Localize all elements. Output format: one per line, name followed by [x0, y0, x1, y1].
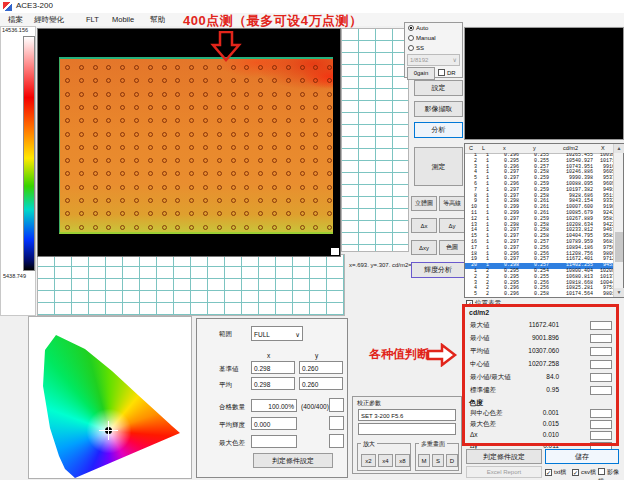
- multi-m-button[interactable]: M: [418, 454, 430, 467]
- scroll-down-icon[interactable]: ▼: [614, 288, 624, 297]
- radio-auto[interactable]: Auto: [408, 24, 462, 33]
- cie-horseshoe[interactable]: [37, 319, 187, 479]
- measure-button[interactable]: 測定: [414, 147, 463, 186]
- txt-file-checkbox[interactable]: ✓txt檔: [545, 468, 566, 477]
- measurement-point-dot: [327, 211, 332, 216]
- criteria-box[interactable]: [329, 416, 344, 430]
- measurement-point-dot: [286, 118, 291, 123]
- stat-limit-box[interactable]: [590, 431, 612, 440]
- chevron-down-icon: ∨: [295, 327, 300, 342]
- measurement-point-dot: [148, 171, 153, 176]
- capture-mode-panel: Auto Manual SS 1/8192∨ 0gain DR: [404, 22, 463, 78]
- delta-y-button[interactable]: Δy: [439, 218, 465, 233]
- measurement-point-dot: [244, 171, 249, 176]
- measurement-point-dot: [79, 92, 84, 97]
- contour-button[interactable]: 等高線: [439, 196, 465, 211]
- avg-luminance-field[interactable]: 0.000: [251, 417, 297, 430]
- measurement-point-dot: [203, 92, 208, 97]
- capture-button[interactable]: 影像擷取: [414, 101, 463, 117]
- luminance-analysis-button[interactable]: 輝度分析: [411, 262, 465, 278]
- stat-label: 與中心色差: [470, 409, 503, 418]
- stat-label: 平均値: [470, 347, 490, 356]
- txt-checkbox-icon: ✓: [545, 469, 552, 476]
- save-button[interactable]: 儲存: [545, 449, 619, 464]
- stat-limit-box[interactable]: [590, 373, 612, 382]
- judge-criteria-button-2[interactable]: 判定條件設定: [466, 449, 542, 464]
- measurement-point-dot: [244, 105, 249, 110]
- scroll-up-icon[interactable]: ▲: [614, 144, 624, 153]
- multi-s-button[interactable]: S: [432, 454, 444, 467]
- table-scrollbar[interactable]: ▲ ▼: [613, 144, 623, 297]
- scroll-thumb[interactable]: [615, 232, 623, 262]
- settings-button[interactable]: 設定: [414, 80, 463, 96]
- measurement-point-dot: [300, 118, 305, 123]
- reference-x-field[interactable]: 0.298: [251, 361, 295, 374]
- stat-value: 0.010: [504, 431, 559, 438]
- image-file-checkbox[interactable]: 影像檔: [598, 468, 624, 480]
- gain-button[interactable]: 0gain: [407, 67, 435, 80]
- pass-rate-field[interactable]: 100.00%: [251, 399, 297, 412]
- stat-limit-box[interactable]: [590, 420, 612, 429]
- menu-file[interactable]: 檔案: [8, 15, 23, 25]
- radio-manual[interactable]: Manual: [408, 34, 462, 43]
- measurement-point-dot: [175, 118, 180, 123]
- measurement-point-dot: [134, 92, 139, 97]
- table-row[interactable]: 520.2960.25810174.5649801: [465, 292, 613, 298]
- measurement-point-dot: [93, 145, 98, 150]
- dr-checkbox[interactable]: DR: [438, 69, 456, 76]
- zoom-x8-button[interactable]: x8: [395, 454, 410, 467]
- zoom-x2-button[interactable]: x2: [361, 454, 376, 467]
- stat-limit-box[interactable]: [590, 347, 612, 356]
- menu-flt[interactable]: FLT: [86, 15, 99, 24]
- stat-limit-box[interactable]: [590, 386, 612, 395]
- measurement-point-dot: [175, 198, 180, 203]
- camera-image-display[interactable]: [464, 27, 624, 140]
- measurement-display[interactable]: [37, 28, 341, 257]
- judge-criteria-button[interactable]: 判定條件設定: [253, 453, 333, 468]
- col-x: x: [503, 145, 506, 151]
- shutter-select[interactable]: 1/8192∨: [407, 54, 460, 66]
- criteria-box[interactable]: [329, 398, 344, 412]
- zoom-group: 放大 x2 x4 x8: [357, 443, 411, 471]
- table-cell: 5: [465, 292, 477, 298]
- measurement-point-dot: [175, 78, 180, 83]
- radio-auto-label: Auto: [416, 25, 428, 31]
- measurement-point-dot: [162, 198, 167, 203]
- max-color-diff-field[interactable]: [251, 435, 297, 448]
- measurement-point-dot: [189, 225, 194, 230]
- csv-file-checkbox[interactable]: ✓csv檔: [572, 468, 596, 477]
- measurement-point-dot: [106, 145, 111, 150]
- menu-mobile[interactable]: Mobile: [112, 15, 134, 24]
- radio-ss[interactable]: SS: [408, 44, 462, 53]
- delta-xy-button[interactable]: Δxy: [411, 240, 437, 255]
- stat-label: 標準偏差: [470, 386, 496, 395]
- stat-limit-box[interactable]: [590, 409, 612, 418]
- luminance-heatmap[interactable]: [59, 57, 333, 234]
- menu-help[interactable]: 幫助: [150, 15, 165, 25]
- multi-d-button[interactable]: D: [446, 454, 458, 467]
- menu-trend[interactable]: 經時變化: [34, 15, 64, 25]
- measurement-point-dot: [286, 198, 291, 203]
- measurement-point-dot: [120, 118, 125, 123]
- stereo-button[interactable]: 立體圖: [411, 196, 437, 211]
- range-select[interactable]: FULL∨: [251, 326, 303, 341]
- scale-min-value: 5438.749: [3, 273, 26, 279]
- calibration-empty-field[interactable]: [358, 423, 456, 435]
- stat-limit-box[interactable]: [590, 321, 612, 330]
- stat-value: 11672.401: [504, 321, 559, 328]
- measurement-point-dot: [217, 145, 222, 150]
- calibration-set-field[interactable]: SET 3-200 F5.6: [358, 409, 456, 421]
- colormap-button[interactable]: 色圖: [439, 240, 465, 255]
- measurement-point-dot: [65, 118, 70, 123]
- excel-report-button[interactable]: Excel Report: [466, 466, 542, 478]
- measurement-point-dot: [162, 158, 167, 163]
- analyze-button[interactable]: 分析: [414, 122, 463, 138]
- criteria-box[interactable]: [329, 434, 344, 448]
- stat-limit-box[interactable]: [590, 360, 612, 369]
- reference-y-field[interactable]: 0.260: [299, 361, 343, 374]
- stat-limit-box[interactable]: [590, 334, 612, 343]
- average-y-field[interactable]: 0.260: [299, 377, 343, 390]
- zoom-x4-button[interactable]: x4: [378, 454, 393, 467]
- delta-x-button[interactable]: Δx: [411, 218, 437, 233]
- average-x-field[interactable]: 0.298: [251, 377, 295, 390]
